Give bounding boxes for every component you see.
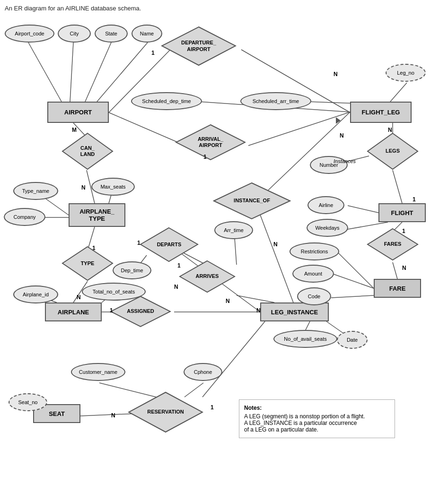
attr-date: Date	[337, 331, 368, 349]
card-reservation-n: N	[111, 412, 115, 419]
card-fares-1: 1	[402, 228, 405, 234]
svg-marker-46	[336, 117, 341, 124]
svg-line-41	[202, 321, 265, 397]
svg-line-1	[70, 43, 73, 102]
attr-total-no-of-seats: Total_no_of_seats	[82, 283, 146, 301]
card-arr-airport-n: N	[340, 132, 344, 139]
card-can-land-m: M	[72, 127, 77, 133]
svg-line-15	[390, 83, 407, 102]
entity-leg-instance: LEG_INSTANCE	[260, 302, 329, 321]
attr-scheduled-arr-time: Scheduled_arr_time	[240, 92, 311, 110]
card-arrives-n: N	[226, 298, 230, 304]
attr-weekdays: Weekdays	[307, 219, 348, 237]
attr-no-of-avail-seats: No_of_avail_seats	[273, 330, 337, 348]
svg-line-2	[85, 43, 111, 102]
attr-scheduled-dep-time: Scheduled_dep_time	[131, 92, 202, 110]
rel-can-land: CAN_LAND	[61, 132, 114, 170]
notes-box: Notes: A LEG (segment) is a nonstop port…	[239, 399, 395, 438]
attr-airplane-id: Airplane_id	[13, 285, 58, 303]
attr-company: Company	[4, 208, 45, 226]
card-type-n: N	[77, 294, 81, 301]
entity-fare: FARE	[374, 279, 421, 298]
rel-fares: FARES	[367, 228, 419, 261]
card-departs-n: N	[174, 284, 178, 290]
svg-line-38	[237, 295, 274, 302]
attr-max-seats: Max_seats	[91, 178, 135, 196]
svg-line-3	[97, 43, 148, 102]
attr-amount: Amount	[292, 265, 334, 283]
attr-airline: Airline	[307, 196, 344, 214]
attr-customer-name: Customer_name	[71, 363, 125, 381]
entity-airplane: AIRPLANE	[45, 302, 102, 321]
rel-instance-of: INSTANCE_OF	[213, 182, 291, 220]
rel-arrival-airport: ARRIVAL_AIRPORT	[175, 124, 246, 161]
attr-airport-code: Airport_code	[5, 25, 54, 43]
svg-line-0	[28, 43, 61, 102]
card-legs-n: N	[388, 127, 392, 133]
attr-type-name: Type_name	[13, 182, 58, 200]
card-assigned-1: 1	[110, 307, 113, 314]
card-instances: Instances	[334, 158, 356, 164]
entity-flight: FLIGHT	[378, 203, 426, 222]
rel-departure-airport: DEPARTURE_AIRPORT	[161, 26, 237, 66]
card-can-land-n: N	[81, 184, 86, 191]
attr-code: Code	[297, 287, 331, 305]
card-dep-airport-n: N	[334, 71, 338, 78]
attr-restrictions: Restrictions	[290, 242, 339, 260]
notes-line-3: of a LEG on a particular date.	[244, 426, 390, 433]
entity-airport: AIRPORT	[47, 102, 109, 123]
attr-arr-time: Arr_time	[214, 221, 253, 239]
card-instance-of-n: N	[273, 241, 278, 248]
attr-cphone: Cphone	[184, 363, 222, 381]
svg-line-10	[109, 112, 182, 144]
rel-departs: DEPARTS	[140, 227, 199, 262]
notes-line-2: A LEG_INSTANCE is a particular occurrenc…	[244, 420, 390, 426]
rel-type: TYPE	[61, 246, 114, 281]
card-reservation-1: 1	[211, 404, 214, 411]
card-type-1: 1	[92, 245, 96, 251]
svg-line-39	[305, 321, 310, 331]
card-arrives-1: 1	[177, 262, 181, 269]
card-arr-airport-1: 1	[203, 154, 207, 160]
attr-dep-time: Dep_time	[113, 261, 151, 279]
attr-state: State	[95, 25, 128, 43]
svg-line-23	[334, 274, 374, 288]
rel-legs: LEGS	[367, 132, 419, 170]
entity-airplane-type: AIRPLANE_ TYPE	[69, 203, 125, 227]
attr-seat-no: Seat_no	[9, 393, 47, 411]
notes-line-1: A LEG (segment) is a nonstop portion of …	[244, 413, 390, 420]
attr-city: City	[58, 25, 91, 43]
card-assigned-n: N	[256, 307, 261, 314]
diagram-caption: An ER diagram for an AIRLINE database sc…	[5, 5, 141, 12]
card-dep-airport-1: 1	[151, 50, 155, 56]
rel-arrives: ARRIVES	[179, 260, 236, 293]
svg-line-24	[331, 295, 374, 298]
rel-reservation: RESERVATION	[128, 391, 203, 433]
svg-line-18	[348, 206, 378, 213]
notes-title: Notes:	[244, 405, 390, 411]
entity-flight-leg: FLIGHT_LEG	[350, 102, 412, 123]
attr-name: Name	[132, 25, 162, 43]
card-departs-1: 1	[137, 240, 141, 246]
attr-leg-no: Leg_no	[386, 64, 426, 82]
card-fares-n: N	[402, 265, 406, 271]
svg-line-11	[248, 112, 350, 146]
svg-line-21	[393, 262, 397, 279]
card-legs-1: 1	[413, 196, 416, 203]
svg-line-13	[393, 170, 402, 203]
